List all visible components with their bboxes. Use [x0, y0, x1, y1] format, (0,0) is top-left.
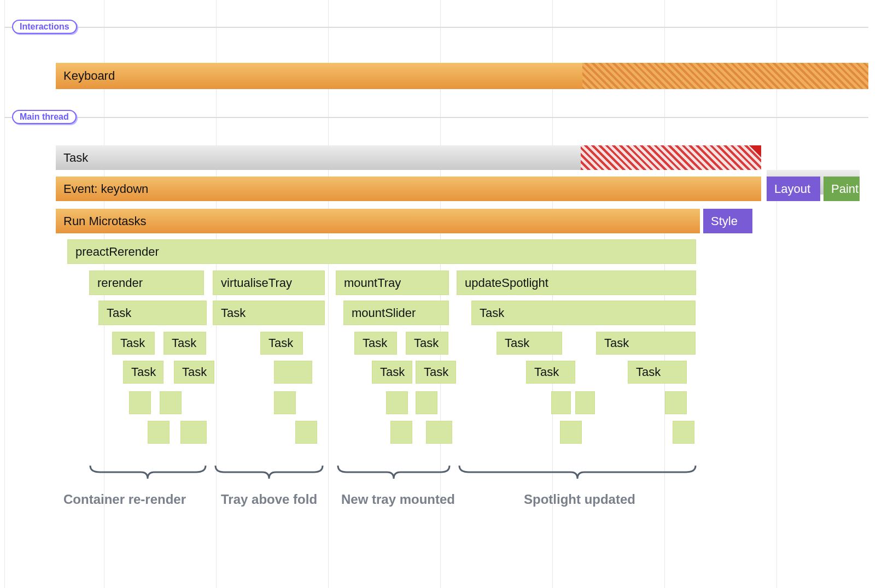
col4-task-a1: Task	[497, 332, 562, 355]
col2-fragment-a1	[274, 361, 312, 384]
col3-task-a2: Task	[406, 332, 448, 355]
annotation-1: Container re-render	[63, 492, 186, 507]
brace-2-icon	[214, 464, 324, 481]
col4-updatespotlight: updateSpotlight	[457, 271, 696, 295]
task-bar-long: Task	[56, 145, 761, 170]
col4-fragment-a2	[575, 391, 595, 414]
col1-fragment-a1	[129, 391, 151, 414]
layout-bar: Layout	[767, 177, 820, 201]
microtasks-bar: Run Microtasks	[56, 209, 700, 233]
main-thread-rule	[4, 117, 868, 118]
brace-3-icon	[337, 464, 451, 481]
col1-fragment-b1	[148, 421, 170, 444]
preact-rerender-label: preactRerender	[75, 245, 159, 259]
preact-rerender-block: preactRerender	[67, 239, 696, 264]
task-long-hatch-icon	[581, 145, 761, 170]
col1-task: Task	[98, 301, 207, 325]
col1-fragment-b2	[180, 421, 207, 444]
col1-task-b1: Task	[123, 361, 163, 384]
col3-mounttray: mountTray	[336, 271, 449, 295]
layout-label: Layout	[774, 182, 810, 196]
col4-fragment-a3	[665, 391, 687, 414]
paint-label: Paint	[831, 182, 859, 196]
annotation-3: New tray mounted	[341, 492, 455, 507]
style-bar: Style	[703, 209, 752, 233]
col1-rerender: rerender	[89, 271, 204, 295]
event-keydown-bar: Event: keydown	[56, 177, 761, 201]
brace-1-icon	[89, 464, 207, 481]
col1-fragment-a2	[160, 391, 182, 414]
style-label: Style	[711, 214, 738, 228]
interactions-pill: Interactions	[12, 20, 77, 34]
col3-fragment-b1	[390, 421, 412, 444]
gridline	[4, 0, 5, 588]
col4-task-a2: Task	[596, 332, 696, 355]
flame-chart-diagram: Interactions Keyboard Main thread Task T…	[0, 0, 876, 588]
task-long-corner-icon	[749, 145, 761, 157]
event-keydown-label: Event: keydown	[63, 182, 148, 196]
keyboard-label: Keyboard	[63, 69, 115, 83]
microtasks-label: Run Microtasks	[63, 214, 147, 228]
main-thread-label: Main thread	[20, 112, 69, 122]
col1-task-a1: Task	[112, 332, 155, 355]
annotation-2: Tray above fold	[221, 492, 317, 507]
col3-fragment-a2	[416, 391, 437, 414]
col4-fragment-b1	[560, 421, 582, 444]
col3-fragment-a1	[386, 391, 408, 414]
col4-task: Task	[471, 301, 696, 325]
col1-task-b2: Task	[174, 361, 214, 384]
col3-mountslider: mountSlider	[343, 301, 449, 325]
col2-task-a1: Task	[260, 332, 303, 355]
col2-fragment-b1	[274, 391, 296, 414]
keyboard-hatched-icon	[582, 63, 868, 89]
interactions-rule	[4, 27, 868, 28]
col1-task-a2: Task	[163, 332, 206, 355]
col4-task-b1: Task	[526, 361, 575, 384]
paint-bar: Paint	[824, 177, 860, 201]
col2-virtualise: virtualiseTray	[213, 271, 325, 295]
brace-4-icon	[458, 464, 697, 481]
task-bar-long-label: Task	[63, 151, 88, 165]
col2-task: Task	[213, 301, 325, 325]
col4-task-b2: Task	[628, 361, 687, 384]
col4-fragment-a1	[551, 391, 571, 414]
col3-task-a1: Task	[354, 332, 397, 355]
col3-task-b2: Task	[416, 361, 456, 384]
col3-task-b1: Task	[372, 361, 412, 384]
col2-fragment-c1	[295, 421, 317, 444]
interactions-label: Interactions	[20, 22, 69, 32]
annotation-4: Spotlight updated	[524, 492, 635, 507]
main-thread-pill: Main thread	[12, 110, 77, 124]
col3-fragment-b2	[426, 421, 452, 444]
col4-fragment-b2	[673, 421, 694, 444]
